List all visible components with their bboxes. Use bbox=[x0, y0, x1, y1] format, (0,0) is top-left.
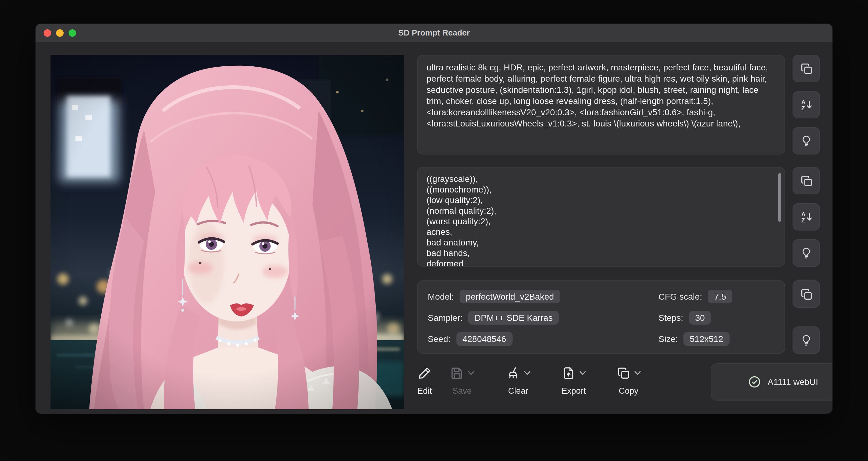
positive-prompt-textbox[interactable]: ultra realistic 8k cg, HDR, epic, perfec… bbox=[417, 55, 785, 155]
close-button[interactable] bbox=[44, 29, 51, 37]
size-value: 512x512 bbox=[683, 332, 729, 346]
save-icon bbox=[450, 366, 464, 380]
svg-text:Z: Z bbox=[801, 217, 805, 224]
settings-panel: Model: perfectWorld_v2Baked CFG scale: 7… bbox=[417, 280, 785, 354]
desktop-background: SD Prompt Reader bbox=[0, 0, 868, 461]
generated-image bbox=[51, 55, 404, 409]
copy-button[interactable]: Copy bbox=[609, 365, 649, 396]
app-window: SD Prompt Reader bbox=[35, 23, 833, 414]
lightbulb-icon bbox=[800, 334, 812, 347]
svg-text:A: A bbox=[801, 99, 806, 105]
lightbulb-icon bbox=[800, 135, 812, 147]
sampler-value: DPM++ SDE Karras bbox=[468, 311, 559, 325]
steps-value: 30 bbox=[689, 311, 711, 325]
cfg-value: 7.5 bbox=[708, 290, 733, 303]
copy-icon bbox=[616, 366, 630, 380]
lightbulb-icon bbox=[800, 247, 812, 259]
chevron-down-icon[interactable] bbox=[579, 371, 586, 376]
zoom-button[interactable] bbox=[69, 29, 76, 37]
sort-az-icon: A Z bbox=[799, 210, 813, 224]
copy-icon bbox=[800, 174, 813, 187]
titlebar[interactable]: SD Prompt Reader bbox=[35, 24, 833, 42]
negative-prompt-panel: ((grayscale)), ((monochrome)), (low qual… bbox=[417, 167, 785, 267]
checkmark-circle-icon bbox=[748, 375, 762, 389]
view-negative-button[interactable] bbox=[793, 239, 820, 267]
copy-icon bbox=[800, 62, 813, 75]
save-button[interactable]: Save bbox=[442, 365, 482, 396]
copy-settings-button[interactable] bbox=[793, 280, 820, 308]
save-label: Save bbox=[453, 386, 472, 396]
edit-label: Edit bbox=[417, 386, 432, 396]
seed-label: Seed: bbox=[428, 334, 451, 344]
copy-icon bbox=[800, 288, 813, 301]
model-label: Model: bbox=[428, 292, 454, 301]
pencil-icon bbox=[418, 366, 432, 380]
sort-negative-button[interactable]: A Z bbox=[793, 203, 820, 230]
source-status-label: A1111 webUI bbox=[768, 377, 818, 387]
scrollbar[interactable] bbox=[778, 173, 781, 222]
model-value: perfectWorld_v2Baked bbox=[460, 290, 560, 303]
cfg-label: CFG scale: bbox=[658, 292, 702, 301]
source-status-badge: A1111 webUI bbox=[711, 363, 833, 401]
seed-value: 428048546 bbox=[456, 332, 512, 346]
export-document-icon bbox=[561, 366, 575, 380]
clear-button[interactable]: Clear bbox=[498, 365, 538, 396]
chevron-down-icon[interactable] bbox=[634, 371, 641, 376]
view-positive-button[interactable] bbox=[793, 127, 820, 155]
clear-label: Clear bbox=[508, 386, 528, 396]
sampler-label: Sampler: bbox=[428, 313, 463, 323]
edit-button[interactable]: Edit bbox=[411, 365, 438, 396]
copy-negative-button[interactable] bbox=[793, 167, 820, 194]
window-content: ultra realistic 8k cg, HDR, epic, perfec… bbox=[35, 42, 833, 414]
negative-prompt-textbox[interactable]: ((grayscale)), ((monochrome)), (low qual… bbox=[418, 168, 784, 267]
export-label: Export bbox=[561, 386, 586, 396]
copy-label: Copy bbox=[619, 386, 638, 396]
window-title: SD Prompt Reader bbox=[35, 28, 833, 37]
copy-positive-button[interactable] bbox=[793, 55, 820, 82]
export-button[interactable]: Export bbox=[554, 365, 594, 396]
clear-brush-icon bbox=[506, 366, 520, 380]
view-settings-button[interactable] bbox=[793, 326, 820, 354]
image-preview[interactable] bbox=[51, 55, 404, 409]
svg-text:Z: Z bbox=[801, 105, 805, 111]
sort-positive-button[interactable]: A Z bbox=[793, 91, 820, 119]
size-label: Size: bbox=[658, 334, 678, 344]
sort-az-icon: A Z bbox=[799, 98, 813, 111]
chevron-down-icon[interactable] bbox=[467, 371, 474, 376]
minimize-button[interactable] bbox=[56, 29, 64, 37]
steps-label: Steps: bbox=[658, 313, 683, 323]
chevron-down-icon[interactable] bbox=[524, 371, 530, 376]
svg-text:A: A bbox=[801, 211, 806, 218]
traffic-lights bbox=[44, 24, 76, 42]
